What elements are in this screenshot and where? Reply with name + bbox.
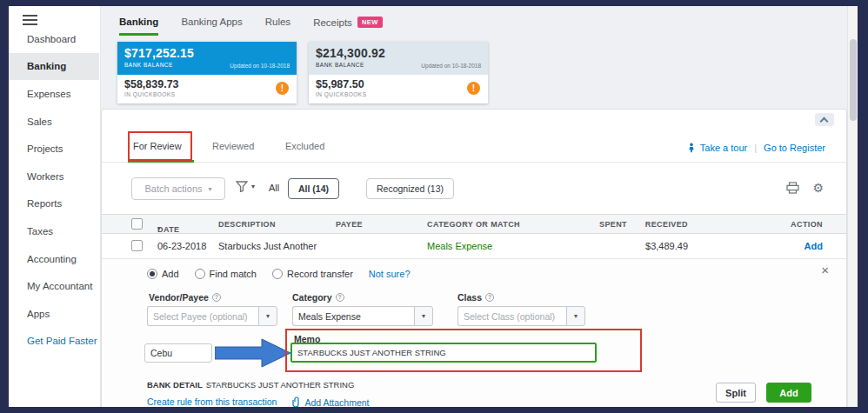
row-date: 06-23-2018 (157, 241, 206, 251)
radio-add[interactable]: Add (147, 269, 179, 279)
filter-chip-recognized[interactable]: Recognized (13) (366, 178, 454, 199)
filter-chip-all[interactable]: All (14) (288, 178, 339, 199)
app-window: Dashboard Banking Expenses Sales Project… (0, 0, 868, 413)
tab-excluded[interactable]: Excluded (285, 141, 324, 151)
radio-selected-icon (147, 269, 157, 279)
radio-icon (195, 269, 205, 279)
add-attachment-link[interactable]: Add Attachment (292, 396, 369, 407)
class-dropdown-button[interactable]: ▾ (566, 306, 585, 326)
banking-nav-tabs: Banking Banking Apps Rules Receipts NEW (119, 17, 383, 36)
sidebar-item-get-paid-faster[interactable]: Get Paid Faster (9, 328, 99, 356)
updated-date-1: Updated on 10-18-2018 (230, 63, 290, 69)
in-quickbooks-amount-2: $5,987.50 (316, 78, 481, 90)
info-icon[interactable]: ? (336, 293, 344, 302)
sidebar-item-sales[interactable]: Sales (9, 108, 99, 136)
sidebar-item-reports[interactable]: Reports (9, 190, 99, 218)
category-label: Category? (292, 292, 344, 303)
row-category: Meals Expense (427, 241, 492, 251)
tab-banking-apps[interactable]: Banking Apps (181, 17, 242, 33)
class-input[interactable] (457, 306, 566, 326)
select-all-checkbox[interactable] (131, 218, 143, 230)
vendor-payee-combo: ▾ (147, 306, 277, 326)
add-button[interactable]: Add (766, 383, 811, 403)
print-icon[interactable] (786, 182, 799, 197)
header-payee: PAYEE (336, 220, 363, 229)
main-content: Banking Banking Apps Rules Receipts NEW … (101, 6, 847, 407)
action-radio-group: Add Find match Record transfer Not sure? (147, 269, 411, 279)
split-button[interactable]: Split (716, 383, 756, 403)
tab-rules[interactable]: Rules (265, 17, 290, 33)
account-card-2[interactable]: $214,300.92 BANK BALANCE Updated on 10-1… (309, 42, 488, 103)
row-add-action[interactable]: Add (805, 241, 823, 251)
caret-down-icon: ▾ (422, 312, 425, 320)
tab-for-review[interactable]: For Review (133, 141, 182, 151)
bank-detail-text: BANK DETAILSTARBUCKS JUST ANOTHER STRING (147, 380, 354, 390)
detail-links: Create rule from this transaction Add At… (147, 396, 370, 407)
bank-balance-2: $214,300.92 (316, 46, 481, 60)
gear-icon[interactable]: ⚙ (812, 182, 824, 195)
vendor-payee-label: Vendor/Payee? (149, 292, 221, 303)
sidebar-item-dashboard[interactable]: Dashboard (9, 25, 99, 53)
scrollbar-thumb[interactable] (850, 39, 857, 121)
create-rule-link[interactable]: Create rule from this transaction (147, 396, 277, 407)
annotation-arrow-icon (215, 338, 291, 368)
caret-down-icon: ▾ (209, 185, 212, 193)
sidebar-item-banking[interactable]: Banking (9, 53, 99, 81)
batch-actions-button[interactable]: Batch actions ▾ (131, 177, 225, 200)
in-quickbooks-label-1: IN QUICKBOOKS (124, 91, 290, 97)
memo-input[interactable] (290, 343, 597, 363)
transaction-row[interactable]: 06-23-2018 Starbucks Just Another Meals … (102, 234, 846, 259)
sidebar-item-accounting[interactable]: Accounting (9, 245, 99, 273)
category-input[interactable] (292, 306, 414, 326)
link-divider: | (754, 143, 757, 153)
tab-receipts[interactable]: Receipts NEW (313, 17, 383, 34)
scrollbar[interactable] (847, 6, 858, 407)
close-icon[interactable]: × (821, 263, 829, 277)
vendor-payee-input[interactable] (147, 306, 258, 326)
all-filter-label: All (269, 183, 279, 193)
account-card-1[interactable]: $717,252.15 BANK BALANCE Updated on 10-1… (117, 42, 297, 103)
sidebar-item-taxes[interactable]: Taxes (9, 217, 99, 245)
vendor-dropdown-button[interactable]: ▾ (258, 306, 277, 326)
in-quickbooks-amount-1: $58,839.73 (124, 78, 290, 90)
caret-down-icon: ▾ (574, 312, 578, 320)
paperclip-icon (292, 396, 301, 407)
warning-icon[interactable]: ! (276, 82, 289, 95)
filter-button[interactable]: ▾ (236, 181, 255, 192)
warning-icon[interactable]: ! (467, 82, 480, 95)
category-combo: ▾ (292, 306, 433, 326)
new-badge: NEW (357, 17, 383, 28)
sidebar-item-workers[interactable]: Workers (9, 163, 99, 190)
bank-balance-1: $717,252.15 (124, 46, 290, 60)
in-quickbooks-label-2: IN QUICKBOOKS (316, 91, 481, 97)
info-icon[interactable]: ? (212, 293, 221, 302)
table-header: DATE ▾ DESCRIPTION PAYEE CATEGORY OR MAT… (102, 214, 846, 234)
collapse-panel-button[interactable] (815, 113, 834, 126)
sidebar: Dashboard Banking Expenses Sales Project… (9, 6, 101, 407)
take-a-tour-link[interactable]: Take a tour (686, 143, 747, 153)
row-checkbox[interactable] (131, 240, 143, 251)
sidebar-item-projects[interactable]: Projects (9, 135, 99, 163)
toolbar: Batch actions ▾ ▾ All All (14) Recognize… (131, 177, 825, 202)
header-description: DESCRIPTION (218, 220, 276, 229)
tab-banking[interactable]: Banking (119, 17, 158, 36)
sidebar-item-my-accountant[interactable]: My Accountant (9, 272, 99, 300)
caret-down-icon: ▾ (251, 183, 255, 190)
sort-caret-icon: ▾ (157, 225, 161, 232)
radio-find-match[interactable]: Find match (195, 269, 257, 279)
tab-reviewed[interactable]: Reviewed (212, 141, 254, 151)
not-sure-link[interactable]: Not sure? (369, 269, 411, 279)
bank-detail-label: BANK DETAIL (147, 380, 203, 390)
transaction-detail: Add Find match Record transfer Not sure?… (102, 259, 846, 407)
radio-icon (272, 269, 283, 279)
header-action: ACTION (791, 220, 823, 229)
go-to-register-link[interactable]: Go to Register (764, 143, 825, 153)
sidebar-item-expenses[interactable]: Expenses (9, 80, 99, 108)
row-description: Starbucks Just Another (218, 241, 317, 251)
sidebar-item-apps[interactable]: Apps (9, 300, 99, 328)
category-dropdown-button[interactable]: ▾ (414, 306, 433, 326)
radio-record-transfer[interactable]: Record transfer (272, 269, 353, 279)
info-icon[interactable]: ? (485, 293, 494, 302)
location-input[interactable] (144, 343, 212, 363)
bank-detail-value: STARBUCKS JUST ANOTHER STRING (206, 380, 355, 390)
